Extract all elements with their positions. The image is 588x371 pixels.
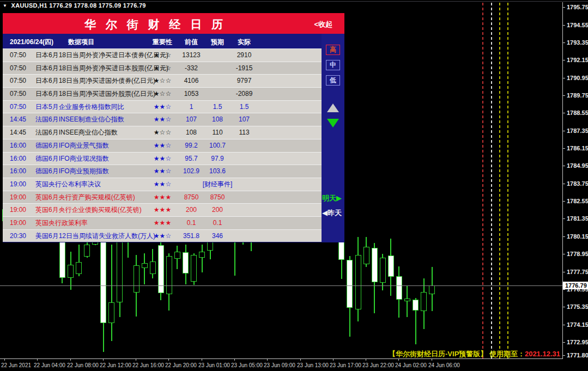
bear-candle: [396, 276, 402, 300]
event-name: 法国6月INSEE商业信心指数: [35, 129, 147, 137]
candle-wick: [202, 245, 203, 272]
calendar-header: 华 尔 街 财 经 日 历 <收起: [3, 13, 344, 34]
calendar-row[interactable]: 07:50日本6月18日当周净买进国外股票(亿日元)★☆☆1053-2089: [3, 87, 322, 100]
quote-ohlc: 1776.29 1778.08 1775.09 1776.79: [49, 2, 146, 9]
chevron-down-icon[interactable]: ▼: [3, 3, 7, 8]
column-item: 数据项目: [68, 38, 94, 47]
forecast-value: 0.1: [199, 219, 235, 227]
price-label: 1778.95: [567, 251, 588, 257]
price-tick: [562, 201, 565, 202]
calendar-row[interactable]: 16:00德国6月IFO商业景气指数★★☆99.2100.7: [3, 139, 322, 152]
yesterday-button[interactable]: ◀昨天: [322, 208, 344, 218]
calendar-row[interactable]: 20:30美国6月12日当周续请失业救济人数(万人)★★☆351.8346: [3, 229, 322, 242]
calendar-row[interactable]: 07:50日本6月18日当周外资净买进日本股票(亿日元)★☆☆-332-1915: [3, 62, 322, 75]
bear-candle: [183, 252, 189, 273]
bull-candle: [380, 258, 386, 283]
calendar-row[interactable]: 16:00德国6月IFO商业现况指数★★☆95.797.9: [3, 152, 322, 165]
calendar-row[interactable]: 07:50日本6月18日当周净买进国外债券(亿日元)★☆☆41069797: [3, 74, 322, 87]
calendar-table-header: 2021/06/24(四) 数据项目 重要性 前值 预期 实际: [3, 34, 322, 48]
license-expiry: 2021.12.31: [525, 350, 560, 358]
price-label: 1772.95: [567, 339, 588, 345]
event-name: 英国6月央行资产购买规模(亿英镑): [35, 193, 147, 202]
price-label: 1793.35: [567, 40, 588, 46]
time-label: 22 Jun 12:00: [100, 362, 131, 368]
calendar-rows: 07:50日本6月18日当周外资净买进日本债券(亿日元)★☆☆131232910…: [3, 48, 322, 242]
price-label: 1774.15: [567, 322, 588, 328]
collapse-button[interactable]: <收起: [314, 20, 332, 29]
scroll-down-arrow[interactable]: [327, 119, 339, 127]
time-label: 23 Jun 13:00: [297, 362, 329, 368]
filter-button-low[interactable]: 低: [326, 75, 340, 86]
event-time: 16:00: [10, 155, 34, 163]
time-tick: [333, 358, 334, 361]
price-label: 1794.55: [567, 22, 588, 28]
arrow-right-icon: ▶: [336, 194, 342, 202]
event-time: 07:50: [10, 77, 34, 85]
filter-button-mid[interactable]: 中: [326, 60, 340, 70]
event-name: 日本6月18日当周净买进国外股票(亿日元): [35, 90, 147, 98]
price-tick: [562, 236, 565, 237]
calendar-row[interactable]: 19:00英国6月央行企业债购买规模(亿英镑)★★★200200: [3, 203, 322, 216]
bull-candle: [134, 265, 140, 293]
filter-button-high[interactable]: 高: [326, 45, 340, 55]
bull-candle: [363, 247, 369, 264]
price-tick: [562, 25, 565, 26]
time-tick: [300, 358, 301, 361]
previous-value: 13123: [174, 51, 209, 59]
price-label: 1792.15: [567, 57, 588, 63]
event-name: 日本5月企业服务价格指数同比: [35, 103, 147, 111]
price-tick: [562, 184, 565, 184]
calendar-side-buttons: 高中低 明天▶ ◀昨天: [322, 34, 344, 242]
bull-candle: [150, 261, 156, 274]
price-tick: [562, 7, 565, 8]
event-name: 日本6月18日当周净买进国外债券(亿日元): [35, 77, 147, 85]
price-label: 1795.75: [567, 4, 588, 10]
event-time: 07:50: [10, 103, 34, 111]
event-time: 20:30: [10, 232, 34, 240]
time-tick: [4, 358, 5, 361]
event-time: 19:00: [10, 193, 34, 202]
bear-candle: [347, 260, 353, 308]
event-name: 美国6月12日当周续请失业救济人数(万人): [35, 232, 147, 240]
price-tick: [562, 325, 565, 325]
actual-value: -1915: [227, 64, 261, 72]
calendar-row[interactable]: 19:00英国央行公布利率决议★★☆[财经事件]: [3, 178, 322, 191]
importance-stars: ★★☆: [146, 180, 179, 188]
time-tick: [234, 358, 235, 361]
time-label: 22 Jun 16:00: [132, 362, 164, 368]
price-label: 1780.15: [567, 234, 588, 240]
price-axis-line: [562, 2, 563, 359]
forecast-value: 103.6: [199, 167, 235, 175]
price-tick: [562, 60, 565, 60]
calendar-row[interactable]: 19:00英国央行政策利率★★★0.10.1: [3, 216, 322, 229]
event-time: 14:45: [10, 115, 34, 124]
calendar-row[interactable]: 07:50日本5月企业服务价格指数同比★★☆11.51.5: [3, 100, 322, 113]
time-label: 23 Jun 01:00: [198, 362, 230, 368]
bull-candle: [84, 245, 90, 257]
scroll-up-arrow[interactable]: [327, 104, 339, 112]
time-label: 22 Jun 04:00: [34, 362, 65, 368]
event-name: 法国6月INSEE制造业信心指数: [35, 115, 147, 124]
current-price-tag: 1776.79: [563, 282, 588, 289]
actual-value: 113: [227, 129, 261, 137]
mt4-window: ▼ XAUUSD,H1 1776.29 1778.08 1775.09 1776…: [0, 0, 588, 371]
event-marker-line: [491, 3, 492, 358]
calendar-row[interactable]: 07:50日本6月18日当周外资净买进日本债券(亿日元)★☆☆131232910: [3, 48, 322, 62]
calendar-row[interactable]: 19:00英国6月央行资产购买规模(亿英镑)★★★87508750: [3, 191, 322, 204]
column-actual: 实际: [227, 38, 261, 47]
bull-candle: [421, 292, 427, 311]
tomorrow-button[interactable]: 明天▶: [322, 193, 344, 203]
license-text: 【华尔街财经日历-VIP预警版】 使用期至：2021.12.31: [389, 349, 560, 359]
bull-candle: [429, 285, 435, 294]
calendar-row[interactable]: 14:45法国6月INSEE商业信心指数★☆☆108110113: [3, 126, 322, 139]
calendar-row[interactable]: 16:00德国6月IFO商业预期指数★★☆102.9103.6: [3, 165, 322, 178]
bull-candle: [191, 255, 197, 282]
calendar-row[interactable]: 14:45法国6月INSEE制造业信心指数★★☆107108107: [3, 113, 322, 126]
event-name: 德国6月IFO商业景气指数: [35, 142, 147, 150]
bear-candle: [388, 256, 394, 277]
event-name: 日本6月18日当周外资净买进日本股票(亿日元): [35, 64, 147, 72]
bear-candle: [413, 300, 419, 311]
price-label: 1789.75: [567, 93, 588, 99]
license-prefix: 【华尔街财经日历-VIP预警版】 使用期至：: [389, 350, 525, 358]
price-tick: [562, 95, 565, 96]
